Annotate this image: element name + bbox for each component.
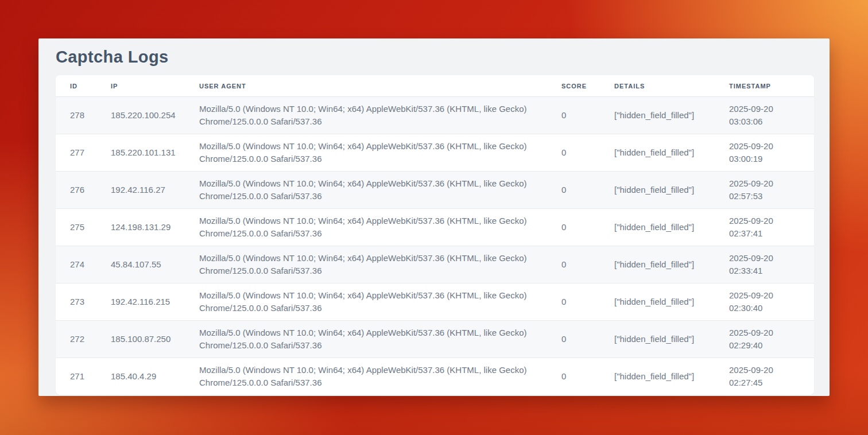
- cell-id: 273: [56, 283, 111, 321]
- cell-timestamp: 2025-09-20 02:33:41: [729, 246, 814, 283]
- column-header-details: DETAILS: [614, 75, 729, 97]
- cell-id: 274: [56, 246, 111, 283]
- page-title: Captcha Logs: [56, 48, 169, 67]
- cell-score: 0: [561, 358, 614, 395]
- table-row: 273 192.42.116.215 Mozilla/5.0 (Windows …: [56, 283, 814, 321]
- table-row: 277 185.220.101.131 Mozilla/5.0 (Windows…: [56, 134, 814, 172]
- column-header-id: ID: [56, 75, 111, 97]
- cell-details: ["hidden_field_filled"]: [614, 321, 729, 358]
- cell-timestamp: 2025-09-20 03:03:06: [729, 97, 814, 134]
- cell-timestamp: 2025-09-20 03:00:19: [729, 134, 814, 172]
- cell-ip: 185.220.100.254: [111, 97, 199, 134]
- cell-details: ["hidden_field_filled"]: [614, 134, 729, 172]
- cell-id: 272: [56, 321, 111, 358]
- column-header-user-agent: USER AGENT: [199, 75, 561, 97]
- cell-score: 0: [561, 321, 614, 358]
- cell-ip: 45.84.107.55: [111, 246, 199, 283]
- cell-score: 0: [561, 246, 614, 283]
- cell-details: ["hidden_field_filled"]: [614, 283, 729, 321]
- page-background: { "page": { "title": "Captcha Logs" }, "…: [0, 0, 868, 435]
- cell-timestamp: 2025-09-20 02:30:40: [729, 283, 814, 321]
- table-row: 272 185.100.87.250 Mozilla/5.0 (Windows …: [56, 321, 814, 358]
- cell-user-agent: Mozilla/5.0 (Windows NT 10.0; Win64; x64…: [199, 283, 561, 321]
- cell-ip: 185.100.87.250: [111, 321, 199, 358]
- cell-timestamp: 2025-09-20 02:29:40: [729, 321, 814, 358]
- cell-id: 278: [56, 97, 111, 134]
- cell-ip: 192.42.116.215: [111, 283, 199, 321]
- cell-id: 276: [56, 172, 111, 209]
- cell-timestamp: 2025-09-20 02:37:41: [729, 209, 814, 246]
- table-row: 274 45.84.107.55 Mozilla/5.0 (Windows NT…: [56, 246, 814, 283]
- cell-ip: 192.42.116.27: [111, 172, 199, 209]
- table-row: 276 192.42.116.27 Mozilla/5.0 (Windows N…: [56, 172, 814, 209]
- cell-details: ["hidden_field_filled"]: [614, 97, 729, 134]
- cell-id: 275: [56, 209, 111, 246]
- cell-score: 0: [561, 134, 614, 172]
- captcha-logs-card: Captcha Logs ID IP USER AGENT SCORE DETA…: [38, 38, 830, 396]
- cell-details: ["hidden_field_filled"]: [614, 209, 729, 246]
- cell-details: ["hidden_field_filled"]: [614, 358, 729, 395]
- cell-score: 0: [561, 209, 614, 246]
- cell-ip: 124.198.131.29: [111, 209, 199, 246]
- table-row: 271 185.40.4.29 Mozilla/5.0 (Windows NT …: [56, 358, 814, 395]
- table-body: 278 185.220.100.254 Mozilla/5.0 (Windows…: [56, 97, 814, 395]
- cell-ip: 185.40.4.29: [111, 358, 199, 395]
- column-header-timestamp: TIMESTAMP: [729, 75, 814, 97]
- cell-timestamp: 2025-09-20 02:27:45: [729, 358, 814, 395]
- cell-ip: 185.220.101.131: [111, 134, 199, 172]
- cell-user-agent: Mozilla/5.0 (Windows NT 10.0; Win64; x64…: [199, 246, 561, 283]
- cell-user-agent: Mozilla/5.0 (Windows NT 10.0; Win64; x64…: [199, 172, 561, 209]
- column-header-score: SCORE: [561, 75, 614, 97]
- cell-id: 277: [56, 134, 111, 172]
- table-row: 278 185.220.100.254 Mozilla/5.0 (Windows…: [56, 97, 814, 134]
- cell-user-agent: Mozilla/5.0 (Windows NT 10.0; Win64; x64…: [199, 209, 561, 246]
- cell-user-agent: Mozilla/5.0 (Windows NT 10.0; Win64; x64…: [199, 321, 561, 358]
- table-row: 275 124.198.131.29 Mozilla/5.0 (Windows …: [56, 209, 814, 246]
- cell-timestamp: 2025-09-20 02:57:53: [729, 172, 814, 209]
- cell-id: 271: [56, 358, 111, 395]
- cell-details: ["hidden_field_filled"]: [614, 172, 729, 209]
- cell-score: 0: [561, 97, 614, 134]
- cell-user-agent: Mozilla/5.0 (Windows NT 10.0; Win64; x64…: [199, 97, 561, 134]
- logs-table: ID IP USER AGENT SCORE DETAILS TIMESTAMP…: [56, 75, 814, 395]
- cell-details: ["hidden_field_filled"]: [614, 246, 729, 283]
- cell-user-agent: Mozilla/5.0 (Windows NT 10.0; Win64; x64…: [199, 134, 561, 172]
- table-header-row: ID IP USER AGENT SCORE DETAILS TIMESTAMP: [56, 75, 814, 97]
- cell-score: 0: [561, 283, 614, 321]
- cell-user-agent: Mozilla/5.0 (Windows NT 10.0; Win64; x64…: [199, 358, 561, 395]
- logs-table-container: ID IP USER AGENT SCORE DETAILS TIMESTAMP…: [56, 75, 814, 395]
- cell-score: 0: [561, 172, 614, 209]
- column-header-ip: IP: [111, 75, 199, 97]
